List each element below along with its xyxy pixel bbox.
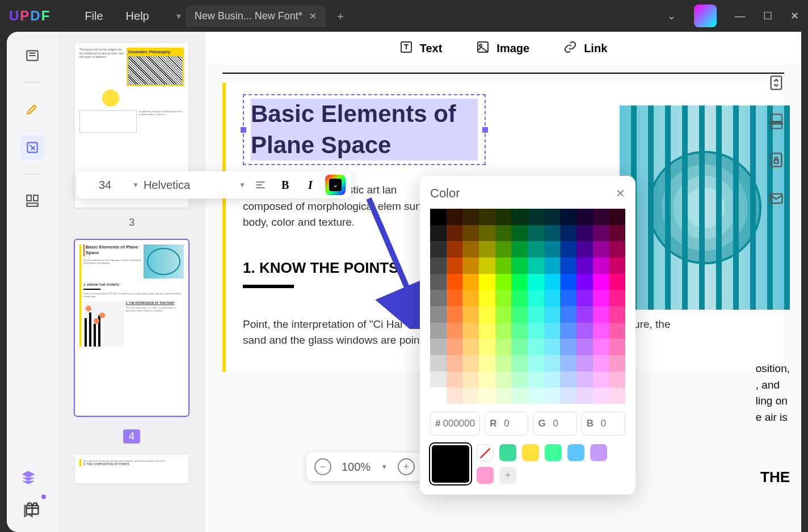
- color-cell[interactable]: [495, 290, 512, 306]
- color-cell[interactable]: [576, 274, 593, 290]
- color-cell[interactable]: [609, 257, 625, 274]
- color-cell[interactable]: [430, 209, 447, 225]
- color-cell[interactable]: [609, 290, 625, 306]
- color-cell[interactable]: [576, 241, 593, 257]
- color-cell[interactable]: [462, 274, 479, 290]
- color-cell[interactable]: [528, 209, 544, 225]
- color-cell[interactable]: [430, 371, 447, 388]
- reader-tool-icon[interactable]: [20, 43, 45, 68]
- color-cell[interactable]: [447, 257, 463, 274]
- add-swatch-button[interactable]: +: [499, 467, 516, 484]
- edit-tool-icon[interactable]: [20, 135, 45, 160]
- color-cell[interactable]: [447, 339, 463, 355]
- font-size-input[interactable]: 34: [82, 179, 128, 192]
- color-cell[interactable]: [593, 387, 609, 404]
- color-cell[interactable]: [593, 290, 609, 306]
- color-cell[interactable]: [560, 225, 576, 242]
- color-cell[interactable]: [593, 323, 609, 339]
- color-cell[interactable]: [560, 371, 576, 388]
- menu-file[interactable]: File: [85, 10, 103, 23]
- menu-help[interactable]: Help: [126, 10, 149, 23]
- heading-text[interactable]: Basic Elements of Plane Space: [251, 99, 478, 161]
- color-cell[interactable]: [560, 241, 576, 257]
- color-cell[interactable]: [576, 323, 593, 339]
- color-cell[interactable]: [593, 241, 609, 257]
- color-cell[interactable]: [495, 339, 512, 355]
- color-cell[interactable]: [511, 355, 528, 371]
- color-grid[interactable]: [430, 209, 625, 404]
- color-cell[interactable]: [528, 387, 544, 404]
- color-cell[interactable]: [528, 339, 544, 355]
- color-cell[interactable]: [576, 306, 593, 323]
- color-cell[interactable]: [430, 387, 447, 404]
- color-cell[interactable]: [447, 225, 463, 242]
- selected-text-box[interactable]: Basic Elements of Plane Space: [243, 94, 486, 165]
- link-tool[interactable]: Link: [563, 40, 607, 57]
- color-cell[interactable]: [544, 290, 561, 306]
- color-cell[interactable]: [593, 209, 609, 225]
- font-family-dropdown-icon[interactable]: ▼: [239, 181, 246, 189]
- color-cell[interactable]: [609, 306, 625, 323]
- color-cell[interactable]: [447, 371, 463, 388]
- color-cell[interactable]: [560, 257, 576, 274]
- color-cell[interactable]: [609, 323, 625, 339]
- recent-swatch-2[interactable]: [522, 444, 539, 461]
- bold-button[interactable]: B: [275, 175, 296, 195]
- color-cell[interactable]: [430, 355, 447, 371]
- color-cell[interactable]: [462, 306, 479, 323]
- color-cell[interactable]: [479, 339, 495, 355]
- recent-swatch-3[interactable]: [545, 444, 562, 461]
- color-cell[interactable]: [479, 371, 495, 388]
- color-cell[interactable]: [495, 387, 512, 404]
- color-cell[interactable]: [495, 323, 512, 339]
- color-cell[interactable]: [495, 257, 512, 274]
- color-cell[interactable]: [462, 290, 479, 306]
- color-cell[interactable]: [511, 209, 528, 225]
- current-color-swatch[interactable]: [430, 444, 471, 484]
- recent-swatch-1[interactable]: [499, 444, 516, 461]
- color-cell[interactable]: [495, 355, 512, 371]
- r-input[interactable]: R 0: [485, 412, 528, 436]
- color-cell[interactable]: [430, 339, 447, 355]
- tab-list-dropdown[interactable]: ▾: [172, 6, 186, 26]
- color-cell[interactable]: [462, 209, 479, 225]
- color-cell[interactable]: [609, 339, 625, 355]
- color-cell[interactable]: [560, 387, 576, 404]
- color-cell[interactable]: [609, 387, 625, 404]
- thumbnail-page-5[interactable]: dots also have emotional and expressive …: [75, 455, 188, 483]
- color-cell[interactable]: [609, 371, 625, 388]
- color-cell[interactable]: [576, 225, 593, 242]
- color-cell[interactable]: [576, 209, 593, 225]
- color-cell[interactable]: [609, 355, 625, 371]
- tab-add-button[interactable]: ＋: [335, 9, 346, 24]
- color-cell[interactable]: [560, 306, 576, 323]
- color-cell[interactable]: [544, 306, 561, 323]
- color-cell[interactable]: [528, 257, 544, 274]
- color-cell[interactable]: [544, 371, 561, 388]
- color-cell[interactable]: [495, 371, 512, 388]
- image-tool[interactable]: Image: [476, 40, 529, 57]
- color-cell[interactable]: [447, 274, 463, 290]
- layers-icon[interactable]: [20, 470, 36, 488]
- color-cell[interactable]: [447, 306, 463, 323]
- color-cell[interactable]: [528, 290, 544, 306]
- color-cell[interactable]: [528, 371, 544, 388]
- share-tool-icon[interactable]: [766, 188, 786, 209]
- color-cell[interactable]: [528, 355, 544, 371]
- color-cell[interactable]: [544, 225, 561, 242]
- color-cell[interactable]: [430, 257, 447, 274]
- color-cell[interactable]: [544, 387, 561, 404]
- color-cell[interactable]: [544, 355, 561, 371]
- recent-swatch-5[interactable]: [590, 444, 607, 461]
- g-input[interactable]: G 0: [533, 412, 576, 436]
- annotate-tool-icon[interactable]: [20, 96, 45, 121]
- color-cell[interactable]: [544, 209, 561, 225]
- color-cell[interactable]: [593, 371, 609, 388]
- color-cell[interactable]: [462, 225, 479, 242]
- close-window-icon[interactable]: ✕: [790, 10, 799, 22]
- font-size-dropdown-icon[interactable]: ▼: [132, 181, 139, 189]
- color-cell[interactable]: [544, 323, 561, 339]
- hex-input[interactable]: #000000: [430, 412, 480, 436]
- color-panel-close-icon[interactable]: ✕: [616, 187, 625, 200]
- color-cell[interactable]: [430, 290, 447, 306]
